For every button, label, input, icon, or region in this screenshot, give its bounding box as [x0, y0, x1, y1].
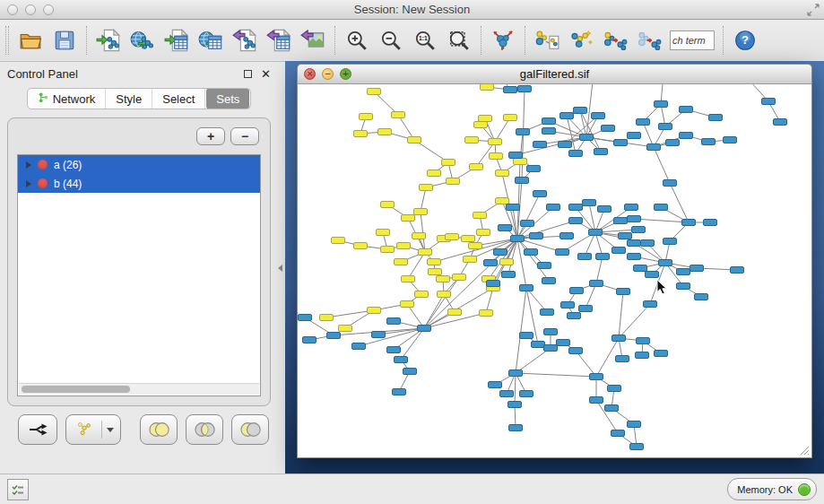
open-session-button[interactable]: [13, 23, 48, 57]
graph-node-blue[interactable]: [509, 370, 523, 377]
graph-node-blue[interactable]: [516, 129, 530, 135]
graph-node-blue[interactable]: [538, 263, 551, 269]
graph-node-blue[interactable]: [774, 119, 787, 126]
network-canvas[interactable]: [297, 84, 812, 458]
graph-node-blue[interactable]: [542, 118, 556, 125]
graph-node-yellow[interactable]: [480, 310, 493, 317]
graph-node-yellow[interactable]: [496, 170, 509, 177]
graph-node-blue[interactable]: [533, 142, 547, 148]
network-frame[interactable]: × − + galFiltered.sif: [297, 64, 812, 458]
graph-node-blue[interactable]: [544, 345, 558, 352]
graph-node-blue[interactable]: [637, 119, 650, 126]
graph-node-blue[interactable]: [655, 351, 668, 357]
export-network-button[interactable]: [228, 23, 262, 57]
graph-node-blue[interactable]: [541, 309, 554, 316]
graph-node-yellow[interactable]: [397, 243, 411, 249]
graph-node-blue[interactable]: [647, 144, 661, 151]
set-operations-dropdown-button[interactable]: [65, 414, 121, 445]
graph-node-blue[interactable]: [619, 233, 632, 239]
graph-node-yellow[interactable]: [464, 256, 477, 263]
graph-node-blue[interactable]: [695, 294, 708, 300]
graph-node-yellow[interactable]: [320, 315, 334, 321]
graph-node-blue[interactable]: [594, 149, 608, 155]
graph-node-blue[interactable]: [387, 347, 401, 353]
graph-node-blue[interactable]: [590, 281, 603, 287]
import-network-from-web-button[interactable]: [126, 23, 160, 57]
graph-node-blue[interactable]: [616, 356, 629, 362]
graph-node-yellow[interactable]: [465, 137, 479, 143]
graph-node-blue[interactable]: [590, 374, 603, 380]
graph-node-yellow[interactable]: [419, 249, 432, 256]
graph-node-blue[interactable]: [327, 333, 341, 339]
graph-node-blue[interactable]: [612, 335, 626, 342]
horizontal-scrollbar[interactable]: [19, 383, 259, 395]
set-row[interactable]: a (26): [18, 155, 260, 174]
graph-node-yellow[interactable]: [474, 122, 488, 128]
graph-node-blue[interactable]: [666, 140, 680, 146]
zoom-fit-selected-button[interactable]: [442, 23, 476, 57]
graph-node-yellow[interactable]: [479, 116, 492, 122]
zoom-actual-size-button[interactable]: 1:1: [408, 23, 442, 57]
graph-node-blue[interactable]: [605, 405, 619, 412]
zoom-in-button[interactable]: [340, 23, 374, 57]
graph-node-blue[interactable]: [659, 124, 672, 130]
graph-node-yellow[interactable]: [392, 112, 405, 118]
graph-node-blue[interactable]: [418, 326, 431, 332]
graph-node-yellow[interactable]: [378, 129, 392, 135]
graph-node-blue[interactable]: [634, 265, 647, 272]
tab-select[interactable]: Select: [152, 88, 205, 109]
apply-preferred-layout-button[interactable]: [486, 23, 520, 57]
graph-node-blue[interactable]: [518, 86, 532, 92]
graph-node-blue[interactable]: [602, 126, 615, 132]
select-first-neighbors-button[interactable]: [564, 23, 598, 57]
graph-node-blue[interactable]: [499, 225, 512, 231]
graph-node-blue[interactable]: [611, 430, 625, 437]
graph-node-yellow[interactable]: [414, 209, 428, 215]
graph-node-blue[interactable]: [508, 402, 522, 408]
graph-node-blue[interactable]: [484, 260, 498, 266]
graph-node-blue[interactable]: [504, 87, 517, 93]
graph-node-blue[interactable]: [520, 285, 533, 291]
graph-node-blue[interactable]: [502, 272, 516, 278]
set-row[interactable]: b (44): [18, 174, 260, 193]
graph-node-yellow[interactable]: [470, 164, 483, 170]
graph-node-yellow[interactable]: [473, 213, 487, 219]
graph-node-blue[interactable]: [596, 254, 610, 260]
graph-node-blue[interactable]: [521, 221, 534, 227]
graph-node-yellow[interactable]: [453, 274, 466, 281]
graph-node-blue[interactable]: [303, 337, 317, 343]
graph-node-blue[interactable]: [509, 152, 523, 159]
graph-node-yellow[interactable]: [428, 170, 441, 177]
search-input[interactable]: ch term: [670, 30, 715, 50]
graph-node-blue[interactable]: [592, 113, 605, 119]
graph-node-blue[interactable]: [542, 128, 556, 135]
graph-node-yellow[interactable]: [481, 84, 494, 91]
graph-node-blue[interactable]: [570, 288, 584, 294]
graph-node-blue[interactable]: [630, 444, 644, 450]
graph-node-yellow[interactable]: [408, 137, 421, 143]
graph-node-yellow[interactable]: [368, 89, 381, 95]
graph-node-yellow[interactable]: [332, 238, 345, 244]
graph-node-blue[interactable]: [569, 348, 583, 354]
intersection-button[interactable]: [186, 414, 223, 445]
graph-node-blue[interactable]: [520, 391, 533, 397]
split-set-button[interactable]: [18, 414, 57, 445]
import-network-from-file-button[interactable]: [91, 23, 126, 57]
graph-node-blue[interactable]: [614, 218, 628, 224]
graph-node-yellow[interactable]: [360, 114, 373, 120]
graph-node-blue[interactable]: [637, 338, 650, 344]
graph-node-yellow[interactable]: [489, 139, 502, 145]
graph-node-blue[interactable]: [589, 230, 603, 236]
graph-node-blue[interactable]: [636, 352, 649, 359]
graph-node-blue[interactable]: [532, 342, 545, 348]
graph-node-yellow[interactable]: [381, 247, 395, 253]
graph-node-blue[interactable]: [578, 254, 592, 260]
graph-node-blue[interactable]: [500, 391, 514, 397]
graph-node-blue[interactable]: [372, 332, 386, 338]
expander-icon[interactable]: [26, 161, 31, 169]
graph-node-blue[interactable]: [507, 204, 520, 211]
graph-node-yellow[interactable]: [437, 276, 450, 282]
panel-divider[interactable]: [278, 61, 285, 474]
graph-node-yellow[interactable]: [429, 269, 442, 275]
graph-node-yellow[interactable]: [420, 185, 433, 191]
